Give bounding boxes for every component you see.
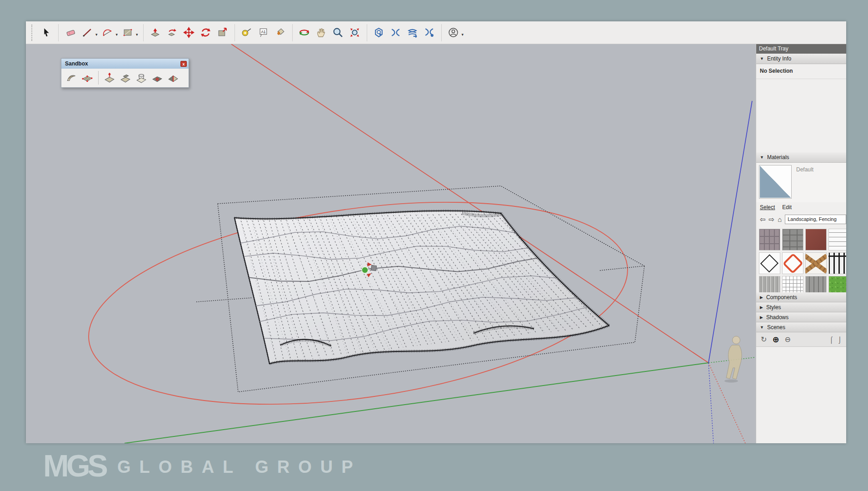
material-swatch-grass[interactable] <box>828 276 846 292</box>
home-icon[interactable]: ⌂ <box>778 216 782 223</box>
sandbox-toolbar-palette: Sandbox x <box>61 58 189 88</box>
remove-scene-icon[interactable]: ⊖ <box>785 336 791 343</box>
mgs-logo: MGS <box>43 450 105 481</box>
material-swatch-safety-mesh[interactable] <box>782 252 803 274</box>
scenes-option-icon-2[interactable]: ⌡ <box>838 336 842 343</box>
rectangle-tool[interactable] <box>120 25 135 40</box>
forward-arrow-icon[interactable]: ⇨ <box>769 216 775 223</box>
tray-empty-area <box>756 347 846 443</box>
material-swatch-pavers[interactable] <box>759 229 780 251</box>
material-swatch-brick[interactable] <box>805 229 827 251</box>
materials-header[interactable]: ▼ Materials <box>756 152 846 163</box>
sandbox-toolbar-buttons <box>61 69 189 87</box>
paint-bucket-tool[interactable] <box>273 25 288 40</box>
rectangle-tool-dropdown-icon[interactable]: ▾ <box>136 32 138 37</box>
chevron-down-icon: ▼ <box>760 155 764 160</box>
text-tool[interactable]: A1 <box>256 25 271 40</box>
components-label: Components <box>766 294 797 301</box>
sandbox-from-scratch[interactable] <box>81 71 94 84</box>
components-header[interactable]: ▶ Components <box>756 292 846 302</box>
extension-hex-tool[interactable] <box>371 25 387 40</box>
material-swatch-lattice[interactable] <box>782 276 803 292</box>
update-scene-icon[interactable]: ↻ <box>761 336 767 343</box>
arc-tool-dropdown-icon[interactable]: ▾ <box>116 32 118 37</box>
active-material-name: Default <box>796 166 813 173</box>
material-swatch-grid <box>759 229 846 292</box>
pan-tool[interactable] <box>314 25 329 40</box>
chevron-down-icon: ▼ <box>760 56 764 61</box>
tray-title: Default Tray <box>756 44 846 54</box>
tape-measure-tool[interactable] <box>239 25 254 40</box>
line-tool-dropdown-icon[interactable]: ▾ <box>95 32 98 37</box>
material-swatch-wood-planks[interactable] <box>805 276 827 292</box>
chevron-down-icon: ▼ <box>760 325 764 330</box>
entity-info-header[interactable]: ▼ Entity Info <box>756 54 846 64</box>
back-arrow-icon[interactable]: ⇦ <box>760 216 766 223</box>
material-collection-dropdown[interactable]: Landscaping, Fencing <box>785 215 846 224</box>
material-swatch-picket-fence[interactable] <box>759 276 780 292</box>
followme-tool[interactable] <box>165 25 180 40</box>
zoom-tool[interactable] <box>330 25 346 40</box>
chevron-right-icon: ▶ <box>760 295 763 300</box>
move-tool[interactable] <box>181 25 197 40</box>
scenes-option-icon-1[interactable]: ⌠ <box>829 336 833 343</box>
sandbox-from-contours[interactable] <box>65 71 78 84</box>
svg-text:A1: A1 <box>261 30 266 34</box>
chevron-right-icon: ▶ <box>760 315 763 320</box>
tab-edit[interactable]: Edit <box>782 204 792 210</box>
tab-select[interactable]: Select <box>760 204 775 210</box>
pushpull-tool[interactable] <box>148 25 163 40</box>
material-swatch-chain-link[interactable] <box>759 252 780 274</box>
toolbar-separator <box>441 24 442 41</box>
divider <box>756 79 846 79</box>
sandbox-flip-edge[interactable] <box>167 71 180 84</box>
mgs-watermark: MGS GLOBAL GROUP <box>43 450 362 481</box>
sandbox-drape[interactable] <box>135 71 148 84</box>
palette-separator <box>98 71 99 85</box>
styles-label: Styles <box>766 304 781 311</box>
toolbar-separator <box>292 24 293 41</box>
materials-preview-area: Default <box>756 163 846 202</box>
scenes-label: Scenes <box>767 324 785 331</box>
add-scene-icon[interactable]: ⊕ <box>772 336 779 344</box>
select-tool[interactable] <box>39 25 54 40</box>
materials-nav-row: ⇦ ⇨ ⌂ Landscaping, Fencing <box>756 212 846 226</box>
toolbar-drag-handle[interactable] <box>31 25 34 41</box>
styles-header[interactable]: ▶ Styles <box>756 302 846 312</box>
default-tray-panel: Default Tray ▼ Entity Info No Selection … <box>756 44 846 443</box>
sandbox-toolbar-title: Sandbox <box>65 60 88 67</box>
orbit-tool[interactable] <box>297 25 312 40</box>
arc-tool[interactable] <box>100 25 115 40</box>
extension-wave-gear-tool[interactable] <box>422 25 437 40</box>
viewport-3d-canvas[interactable] <box>26 44 756 443</box>
shadows-header[interactable]: ▶ Shadows <box>756 312 846 322</box>
extension-layers-tool[interactable] <box>405 25 420 40</box>
extension-wave-cross-tool[interactable] <box>388 25 404 40</box>
scenes-header[interactable]: ▼ Scenes <box>756 322 846 332</box>
material-swatch-wire-fence[interactable] <box>828 229 846 251</box>
sandbox-stamp[interactable] <box>119 71 132 84</box>
material-swatch-wood-cross[interactable] <box>805 252 827 274</box>
sandbox-smoove[interactable] <box>103 71 116 84</box>
3d-viewport[interactable] <box>26 44 756 443</box>
toolbar-separator <box>58 24 59 41</box>
line-tool[interactable] <box>80 25 95 40</box>
zoom-extents-tool[interactable] <box>347 25 363 40</box>
entity-info-label: Entity Info <box>767 55 791 62</box>
material-swatch-iron-fence[interactable] <box>828 252 846 274</box>
sketchup-window: ▾▾▾A1▾ <box>26 21 846 443</box>
active-material-thumbnail[interactable] <box>759 165 792 199</box>
sandbox-toolbar-titlebar[interactable]: Sandbox x <box>61 59 189 69</box>
signin-avatar-dropdown-icon[interactable]: ▾ <box>462 32 464 37</box>
toolbar-separator <box>143 24 144 41</box>
eraser-tool[interactable] <box>63 25 78 40</box>
material-swatch-stone-blocks[interactable] <box>782 229 803 251</box>
offset-tool[interactable] <box>215 25 230 40</box>
signin-avatar[interactable] <box>446 25 461 40</box>
rotate-tool[interactable] <box>198 25 214 40</box>
toolbar-separator <box>367 24 367 41</box>
entity-info-body: No Selection <box>756 64 846 152</box>
sandbox-add-detail[interactable] <box>151 71 164 84</box>
close-icon[interactable]: x <box>180 61 187 67</box>
entity-info-status: No Selection <box>756 64 846 74</box>
